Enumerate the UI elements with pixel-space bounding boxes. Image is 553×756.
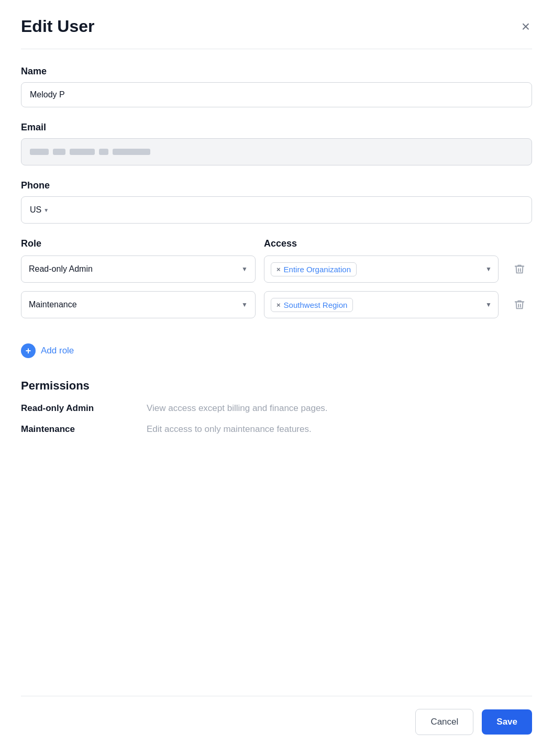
- close-button[interactable]: ×: [519, 17, 532, 36]
- trash-icon: [514, 263, 525, 275]
- modal-footer: Cancel Save: [21, 696, 532, 735]
- role-access-headers: Role Access: [21, 238, 532, 249]
- access-tag-1-text: Entire Organization: [284, 265, 351, 274]
- save-button[interactable]: Save: [482, 709, 532, 735]
- add-role-label: Add role: [41, 346, 74, 356]
- role-column-header: Role: [21, 238, 256, 249]
- role-select-1-chevron-icon: ▼: [241, 265, 248, 273]
- access-tag-1-remove[interactable]: ×: [276, 265, 281, 273]
- modal-header: Edit User ×: [21, 17, 532, 49]
- role-select-2-text: Maintenance: [29, 300, 241, 309]
- edit-user-modal: Edit User × Name Email Phone US ▼ Ro: [0, 0, 553, 756]
- add-role-plus-icon: +: [21, 343, 36, 358]
- access-select-2-chevron-icon: ▼: [485, 301, 492, 308]
- permission-desc-1: View access except billing and finance p…: [147, 403, 328, 414]
- permission-desc-2: Edit access to only maintenance features…: [147, 424, 312, 435]
- email-label: Email: [21, 122, 532, 133]
- delete-role-2-button[interactable]: [507, 295, 532, 315]
- access-select-1-chevron-icon: ▼: [485, 265, 492, 273]
- access-column-header: Access: [264, 238, 499, 249]
- email-section: Email: [21, 122, 532, 165]
- role-select-2-chevron-icon: ▼: [241, 301, 248, 308]
- email-input-blurred: [21, 138, 532, 165]
- access-select-1[interactable]: × Entire Organization ▼: [264, 255, 499, 283]
- permission-row-1: Read-only Admin View access except billi…: [21, 403, 532, 414]
- add-role-button[interactable]: + Add role: [21, 339, 532, 362]
- email-blur-block-1: [30, 149, 49, 155]
- cancel-button[interactable]: Cancel: [415, 709, 473, 735]
- phone-country-chevron-icon: ▼: [43, 207, 49, 213]
- access-select-2[interactable]: × Southwest Region ▼: [264, 291, 499, 318]
- name-input[interactable]: [21, 82, 532, 107]
- permission-row-2: Maintenance Edit access to only maintena…: [21, 424, 532, 435]
- role-access-row-1: Read-only Admin ▼ × Entire Organization …: [21, 255, 532, 283]
- modal-title: Edit User: [21, 17, 94, 36]
- email-blur-block-5: [113, 149, 150, 155]
- permission-role-1: Read-only Admin: [21, 403, 126, 414]
- name-section: Name: [21, 66, 532, 107]
- permissions-section: Permissions Read-only Admin View access …: [21, 379, 532, 445]
- phone-input-wrapper: US ▼: [21, 196, 532, 224]
- phone-section: Phone US ▼: [21, 180, 532, 224]
- phone-number-input[interactable]: [55, 205, 523, 215]
- access-tag-1: × Entire Organization: [271, 262, 357, 276]
- role-access-row-2: Maintenance ▼ × Southwest Region ▼: [21, 291, 532, 318]
- name-label: Name: [21, 66, 532, 77]
- trash-icon: [514, 299, 525, 310]
- phone-label: Phone: [21, 180, 532, 191]
- delete-role-1-button[interactable]: [507, 259, 532, 279]
- role-select-1[interactable]: Read-only Admin ▼: [21, 255, 256, 283]
- email-blur-block-3: [70, 149, 95, 155]
- role-select-2[interactable]: Maintenance ▼: [21, 291, 256, 318]
- role-access-section: Role Access Read-only Admin ▼ × Entire O…: [21, 238, 532, 327]
- phone-country-code: US: [30, 205, 41, 215]
- permissions-title: Permissions: [21, 379, 532, 393]
- role-select-1-text: Read-only Admin: [29, 264, 241, 274]
- email-blur-block-2: [53, 149, 65, 155]
- phone-country-selector[interactable]: US ▼: [30, 205, 55, 215]
- permission-role-2: Maintenance: [21, 424, 126, 435]
- access-tag-2: × Southwest Region: [271, 298, 353, 312]
- access-tag-2-remove[interactable]: ×: [276, 301, 281, 309]
- email-blur-block-4: [99, 149, 108, 155]
- access-tag-2-text: Southwest Region: [284, 301, 348, 309]
